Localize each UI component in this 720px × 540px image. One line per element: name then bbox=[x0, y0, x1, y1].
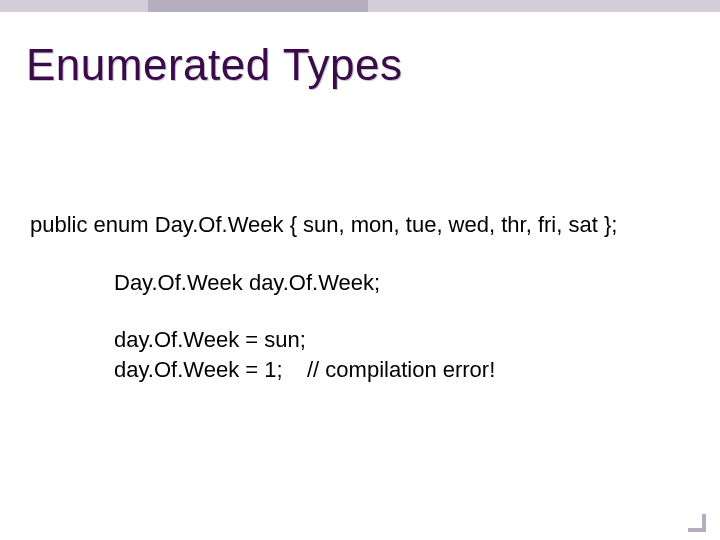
slide-body: public enum Day.Of.Week { sun, mon, tue,… bbox=[30, 210, 617, 385]
code-line-enum-decl: public enum Day.Of.Week { sun, mon, tue,… bbox=[30, 210, 617, 240]
code-line-assign-error: day.Of.Week = 1; // compilation error! bbox=[114, 355, 617, 385]
code-fragment-comment: // compilation error! bbox=[307, 357, 495, 382]
top-bar-accent bbox=[148, 0, 368, 12]
corner-decoration bbox=[688, 514, 706, 532]
code-line-var-decl: Day.Of.Week day.Of.Week; bbox=[114, 268, 617, 298]
slide-title: Enumerated Types bbox=[26, 40, 403, 90]
code-fragment-assign: day.Of.Week = 1; bbox=[114, 357, 283, 382]
slide: Enumerated Types public enum Day.Of.Week… bbox=[0, 0, 720, 540]
code-line-assign-valid: day.Of.Week = sun; bbox=[114, 325, 617, 355]
code-block-assignments: day.Of.Week = sun; day.Of.Week = 1; // c… bbox=[114, 325, 617, 384]
